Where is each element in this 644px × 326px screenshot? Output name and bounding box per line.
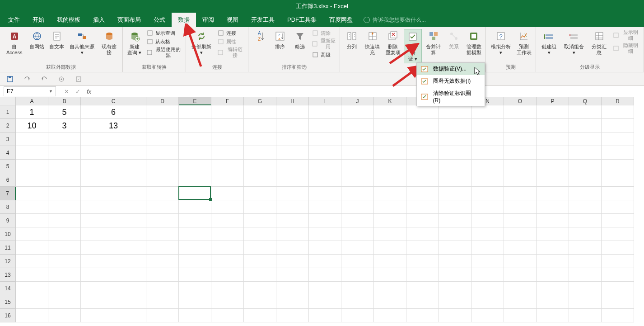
cell-G6[interactable]: [244, 173, 276, 187]
cell-P12[interactable]: [537, 255, 569, 268]
cell-A4[interactable]: [16, 146, 48, 160]
cell-A6[interactable]: [16, 173, 48, 187]
cell-G4[interactable]: [244, 146, 276, 160]
cell-P15[interactable]: [537, 295, 569, 309]
cell-O2[interactable]: [504, 119, 537, 132]
cell-E2[interactable]: [179, 119, 211, 132]
cell-P3[interactable]: [537, 132, 569, 146]
forecast-button[interactable]: 预测 工作表: [515, 29, 533, 57]
cell-L12[interactable]: [406, 255, 439, 268]
tab-页面布局[interactable]: 页面布局: [111, 13, 147, 27]
cell-L10[interactable]: [406, 227, 439, 241]
connections-button[interactable]: 连接: [216, 29, 245, 37]
cell-M1[interactable]: [439, 105, 471, 119]
cell-L8[interactable]: [406, 200, 439, 214]
cell-C3[interactable]: [81, 132, 146, 146]
row-header-10[interactable]: 10: [0, 227, 16, 241]
cell-C7[interactable]: [81, 187, 146, 200]
cell-A3[interactable]: [16, 132, 48, 146]
cell-D7[interactable]: [146, 187, 179, 200]
cell-N5[interactable]: [471, 160, 504, 173]
cell-B9[interactable]: [48, 214, 81, 227]
cell-I11[interactable]: [309, 241, 341, 255]
cell-C13[interactable]: [81, 268, 146, 282]
cell-M4[interactable]: [439, 146, 471, 160]
cell-G14[interactable]: [244, 282, 276, 295]
cell-R10[interactable]: [602, 227, 634, 241]
cell-A14[interactable]: [16, 282, 48, 295]
col-header-B[interactable]: B: [48, 97, 81, 105]
cell-G12[interactable]: [244, 255, 276, 268]
cell-N16[interactable]: [471, 309, 504, 322]
spreadsheet[interactable]: ABCDEFGHIJKLMNOPQR 123456789101112131415…: [0, 97, 644, 326]
cell-A2[interactable]: 10: [16, 119, 48, 132]
cell-F13[interactable]: [211, 268, 244, 282]
cell-O9[interactable]: [504, 214, 537, 227]
cell-K8[interactable]: [374, 200, 406, 214]
cell-Q5[interactable]: [569, 160, 602, 173]
cell-R15[interactable]: [602, 295, 634, 309]
cell-B14[interactable]: [48, 282, 81, 295]
cell-H15[interactable]: [276, 295, 309, 309]
cell-I16[interactable]: [309, 309, 341, 322]
cell-O5[interactable]: [504, 160, 537, 173]
tab-公式[interactable]: 公式: [147, 13, 172, 27]
cell-O14[interactable]: [504, 282, 537, 295]
cell-M3[interactable]: [439, 132, 471, 146]
from-web-button[interactable]: 自网站: [28, 29, 46, 51]
cell-P6[interactable]: [537, 173, 569, 187]
cell-A13[interactable]: [16, 268, 48, 282]
from-text-button[interactable]: 自文本: [48, 29, 66, 51]
cell-K9[interactable]: [374, 214, 406, 227]
cell-D5[interactable]: [146, 160, 179, 173]
row-header-4[interactable]: 4: [0, 146, 16, 160]
col-header-I[interactable]: I: [309, 97, 341, 105]
cell-A10[interactable]: [16, 227, 48, 241]
cell-Q7[interactable]: [569, 187, 602, 200]
cell-B10[interactable]: [48, 227, 81, 241]
cell-D11[interactable]: [146, 241, 179, 255]
col-header-P[interactable]: P: [537, 97, 569, 105]
cell-E11[interactable]: [179, 241, 211, 255]
cell-D9[interactable]: [146, 214, 179, 227]
cell-F9[interactable]: [211, 214, 244, 227]
cell-F11[interactable]: [211, 241, 244, 255]
cell-L9[interactable]: [406, 214, 439, 227]
recent-sources-button[interactable]: 最近使用的源: [145, 46, 183, 59]
cell-E10[interactable]: [179, 227, 211, 241]
cell-E4[interactable]: [179, 146, 211, 160]
cell-N15[interactable]: [471, 295, 504, 309]
cell-Q14[interactable]: [569, 282, 602, 295]
save-button[interactable]: [5, 75, 14, 84]
row-header-7[interactable]: 7: [0, 187, 16, 200]
cell-L13[interactable]: [406, 268, 439, 282]
cell-H4[interactable]: [276, 146, 309, 160]
cell-C9[interactable]: [81, 214, 146, 227]
cell-E5[interactable]: [179, 160, 211, 173]
cell-G8[interactable]: [244, 200, 276, 214]
from-other-button[interactable]: 自其他来源 ▾: [68, 29, 97, 57]
cell-M13[interactable]: [439, 268, 471, 282]
cell-O6[interactable]: [504, 173, 537, 187]
cell-J10[interactable]: [341, 227, 374, 241]
tab-数据[interactable]: 数据: [172, 13, 196, 27]
cell-N2[interactable]: [471, 119, 504, 132]
cell-E3[interactable]: [179, 132, 211, 146]
cell-O3[interactable]: [504, 132, 537, 146]
cell-F8[interactable]: [211, 200, 244, 214]
text-to-cols-button[interactable]: 分列: [343, 29, 361, 51]
cell-B4[interactable]: [48, 146, 81, 160]
row-header-12[interactable]: 12: [0, 255, 16, 268]
cell-H8[interactable]: [276, 200, 309, 214]
tab-我的模板[interactable]: 我的模板: [51, 13, 87, 27]
cell-R2[interactable]: [602, 119, 634, 132]
cell-M16[interactable]: [439, 309, 471, 322]
existing-conn-button[interactable]: 现有连接: [98, 29, 119, 57]
cell-L3[interactable]: [406, 132, 439, 146]
col-header-O[interactable]: O: [504, 97, 537, 105]
cell-C1[interactable]: 6: [81, 105, 146, 119]
cell-B8[interactable]: [48, 200, 81, 214]
cell-J11[interactable]: [341, 241, 374, 255]
cell-M8[interactable]: [439, 200, 471, 214]
cell-A7[interactable]: [16, 187, 48, 200]
